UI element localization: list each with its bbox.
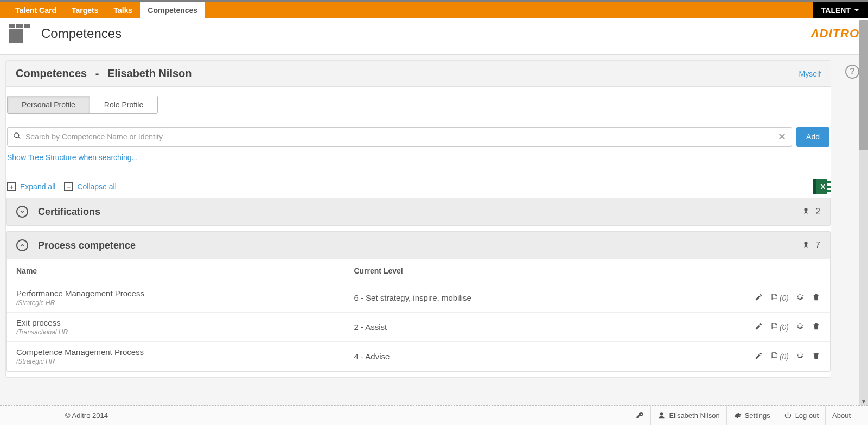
section-process-competence: Process competence 7 Name Current Le [6,231,831,372]
certifications-count: 2 [815,207,820,217]
collapse-all-label: Collapse all [77,182,116,191]
row-name: Exit process [16,318,354,327]
panel-title: Competences - Elisabeth Nilson [16,67,192,80]
svg-point-1 [804,242,807,245]
nav-tab-talent-card[interactable]: Talent Card [8,2,64,18]
chevron-down-circle-icon [16,206,28,218]
ribbon-icon [802,207,810,217]
notes-button[interactable]: (0) [770,352,789,361]
top-nav-bar: Talent Card Targets Talks Competences TA… [0,0,868,18]
export-excel-button[interactable]: X [813,179,829,194]
section-certifications: Certifications 2 [6,198,831,226]
section-certifications-header[interactable]: Certifications 2 [7,198,830,225]
minus-square-icon: − [64,182,73,191]
refresh-button[interactable] [796,293,805,303]
edit-button[interactable] [755,293,763,303]
panel-title-person: Elisabeth Nilson [107,67,192,79]
edit-button[interactable] [755,322,763,332]
page-header: Competences ΛDITRO [0,18,868,55]
refresh-button[interactable] [796,322,805,332]
col-header-name: Name [16,267,354,275]
col-header-level: Current Level [354,267,820,275]
nav-tab-talks[interactable]: Talks [106,2,141,18]
help-button[interactable]: ? [845,65,859,79]
panel-header: Competences - Elisabeth Nilson Myself [6,61,831,87]
plus-square-icon: + [7,182,16,191]
process-count: 7 [815,240,820,250]
trash-icon [812,352,820,361]
competence-table: Name Current Level Performance Managemen… [7,259,830,371]
clear-search-icon[interactable]: ✕ [778,131,786,143]
scrollbar-thumb[interactable] [859,20,868,150]
app-icon [9,24,31,43]
note-icon [770,322,778,332]
show-tree-structure-link[interactable]: Show Tree Structure when searching... [6,151,139,164]
myself-link[interactable]: Myself [799,69,821,78]
page-title: Competences [41,26,122,41]
profile-tabs: Personal Profile Role Profile [7,96,158,114]
table-row: Exit process /Transactional HR 2 - Assis… [7,313,830,342]
refresh-icon [796,322,805,332]
expand-all-label: Expand all [20,182,55,191]
section-certifications-title: Certifications [38,206,100,218]
search-box: ✕ [7,127,792,147]
section-process-header[interactable]: Process competence 7 [7,232,830,259]
chevron-up-circle-icon [16,239,28,251]
pencil-icon [755,352,763,361]
row-level: 6 - Set strategy, inspire, mobilise [354,293,754,302]
notes-button[interactable]: (0) [770,293,789,303]
pencil-icon [755,293,763,303]
panel-title-prefix: Competences [16,67,87,79]
brand-logo: ΛDITRO [811,27,859,41]
talent-dropdown-label: TALENT [821,6,851,15]
row-name: Competence Management Process [16,347,354,357]
competences-panel: Competences - Elisabeth Nilson Myself Pe… [5,60,831,378]
row-path: /Strategic HR [16,358,354,365]
nav-tab-competences[interactable]: Competences [140,2,205,18]
notes-count: (0) [780,323,789,332]
row-level: 2 - Assist [354,322,754,332]
refresh-button[interactable] [796,352,805,361]
trash-icon [812,322,820,332]
ribbon-icon [802,240,810,250]
main-nav-tabs: Talent Card Targets Talks Competences [0,2,205,18]
search-icon [13,132,21,142]
tab-role-profile[interactable]: Role Profile [90,96,157,113]
edit-button[interactable] [755,352,763,361]
nav-tab-targets[interactable]: Targets [64,2,106,18]
row-name: Performance Management Process [16,289,354,298]
row-path: /Transactional HR [16,328,354,336]
pencil-icon [755,322,763,332]
delete-button[interactable] [812,293,820,303]
table-row: Performance Management Process /Strategi… [7,283,830,313]
row-level: 4 - Advise [354,352,754,361]
note-icon [770,293,778,303]
note-icon [770,352,778,361]
row-path: /Strategic HR [16,299,354,307]
refresh-icon [796,352,805,361]
add-button[interactable]: Add [796,127,829,147]
svg-point-0 [804,208,807,211]
search-input[interactable] [21,132,778,141]
collapse-all-button[interactable]: − Collapse all [64,182,116,191]
delete-button[interactable] [812,352,820,361]
table-row: Competence Management Process /Strategic… [7,342,830,371]
refresh-icon [796,293,805,303]
delete-button[interactable] [812,322,820,332]
trash-icon [812,293,820,303]
chevron-down-icon [854,9,859,11]
section-process-title: Process competence [38,240,136,251]
talent-dropdown[interactable]: TALENT [813,2,868,18]
notes-button[interactable]: (0) [770,322,789,332]
notes-count: (0) [780,294,789,302]
vertical-scrollbar[interactable]: ▼ [859,20,868,383]
notes-count: (0) [780,352,789,361]
expand-all-button[interactable]: + Expand all [7,182,55,191]
tab-personal-profile[interactable]: Personal Profile [8,96,90,113]
excel-icon: X [813,179,829,194]
